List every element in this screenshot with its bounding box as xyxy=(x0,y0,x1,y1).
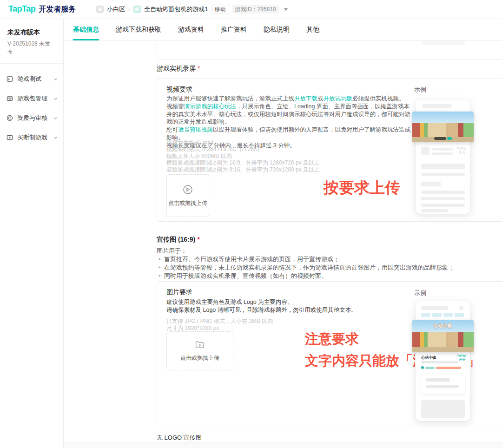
video-upload-dropzone[interactable]: 点击或拖拽上传 xyxy=(166,174,209,217)
taptap-score-placeholder: TapTap 评分 xyxy=(457,147,466,154)
example-phone-mockup-promo: 心动小镇 心动小镇 TapTap 评分 xyxy=(416,301,470,421)
text-run: 您可 xyxy=(166,126,178,133)
example-promo-image: 心动小镇 xyxy=(412,320,474,352)
page-bottom-strip xyxy=(64,442,502,448)
example-phone-mockup-video: TapTap 评分 xyxy=(416,99,470,214)
upload-label: 点击或拖拽上传 xyxy=(180,354,219,362)
required-asterisk: * xyxy=(197,236,199,243)
field-label-screen-recording: 游戏实机录屏* xyxy=(157,65,200,73)
package-manage-icon xyxy=(7,95,13,102)
video-spec-list: 视频文件格式 .mp4 视频编码格式 H.264 / HEVC（H.265） 视… xyxy=(166,139,320,173)
placeholder-review-card xyxy=(421,374,465,394)
example-label: 示例 xyxy=(414,86,426,94)
form-scroll-area[interactable]: 游戏实机录屏* 视频要求 为保证用户能够快速了解游戏玩法，游戏正式上线开放下载或… xyxy=(64,41,502,448)
usage-bullet: 首页推荐、今日游戏等使用卡片展示游戏的页面，用于宣传游戏； xyxy=(157,255,454,264)
breadcrumb-game-name[interactable]: 全自动烤面包机的游戏1 xyxy=(144,5,208,13)
activity-badge-icon xyxy=(421,366,424,369)
spec-line: 视频文件大小 500MB 以内 xyxy=(166,153,320,159)
breadcrumb-separator: › xyxy=(128,6,130,13)
example-game-screenshot xyxy=(412,112,474,142)
usage-title: 图片用于： xyxy=(157,247,454,255)
placeholder-bar xyxy=(421,209,448,212)
placeholder-avatar xyxy=(459,306,463,310)
example-game-logo: 心动小镇 xyxy=(412,323,474,329)
spec-line: 视频文件格式 .mp4 xyxy=(166,139,320,146)
text-run: 必须提供实机视频。 xyxy=(352,95,405,102)
breadcrumb-group[interactable]: 小白区 xyxy=(107,5,125,13)
sidebar-item-label: 买断制游戏 xyxy=(17,133,53,142)
open-download-link[interactable]: 开放下载 xyxy=(294,95,317,102)
placeholder-avatar xyxy=(421,147,429,155)
placeholder-bar xyxy=(432,152,453,155)
promo-usage-list: 图片用于： 首页推荐、今日游戏等使用卡片展示游戏的页面，用于宣传游戏； 在游戏预… xyxy=(157,247,454,280)
tab-basic-info[interactable]: 基础信息 xyxy=(73,19,99,40)
field-label-no-logo-promo: 无 LOGO 宣传图 xyxy=(157,434,202,442)
spec-line: 视频编码格式 H.264 / HEVC（H.265） xyxy=(166,146,320,152)
sidebar-nav: 游戏测试 游戏包管理 资质与审核 买断制游戏 xyxy=(0,64,63,147)
spec-line: 尺寸为 1920*1080 px xyxy=(166,325,273,332)
chevron-down-icon xyxy=(53,97,58,101)
placeholder-bar xyxy=(421,164,465,169)
screenshot-button-pills xyxy=(434,137,452,140)
annotation-note-requirements: 注意要求 xyxy=(305,330,359,349)
upload-label: 点击或拖拽上传 xyxy=(168,199,207,207)
game-test-icon xyxy=(7,76,13,82)
tab-game-material[interactable]: 游戏资料 xyxy=(178,19,204,40)
sidebar-item-label: 游戏包管理 xyxy=(17,94,53,103)
edit-video-link[interactable]: 适当剪辑视频 xyxy=(178,126,213,133)
taptap-brand-text: TapTap xyxy=(457,147,466,150)
tab-promo-material[interactable]: 推广资料 xyxy=(221,19,247,40)
version-panel: 未发布版本 V-20251028 未发布 xyxy=(0,19,63,63)
sidebar-item-label: 资质与审核 xyxy=(17,114,53,122)
spec-line: 横版游戏视频限制比例为 16:9、分辨率为 1280x720 px 及以上 xyxy=(166,159,320,166)
sidebar-item-package-manage[interactable]: 游戏包管理 xyxy=(0,89,63,108)
folder-upload-icon xyxy=(195,340,205,350)
placeholder-bar xyxy=(421,191,465,194)
placeholder-block xyxy=(421,400,465,418)
tab-privacy[interactable]: 隐私说明 xyxy=(264,19,290,40)
tab-download[interactable]: 游戏下载和获取 xyxy=(116,19,161,40)
text-run: 视频需 xyxy=(166,103,184,110)
logo-brand-text: TapTap xyxy=(8,4,35,14)
spec-line: 只支持 JPG / PNG 格式，大小在 2MB 以内 xyxy=(166,318,273,325)
main-panel: 基础信息 游戏下载和获取 游戏资料 推广资料 隐私说明 其他 游戏实机录屏* 视… xyxy=(64,19,502,448)
top-bar: TapTap 开发者服务 小白区 › 全自动烤面包机的游戏1 移动 游戏ID：7… xyxy=(0,0,502,19)
placeholder-activity-row xyxy=(421,366,461,369)
sidebar: 未发布版本 V-20251028 未发布 游戏测试 游戏包管理 资质与审核 买断… xyxy=(0,19,64,448)
breadcrumb: 小白区 › 全自动烤面包机的游戏1 移动 游戏ID：785810 xyxy=(96,5,287,14)
image-upload-dropzone[interactable]: 点击或拖拽上传 xyxy=(166,331,233,370)
score-text: 评分 xyxy=(457,150,466,154)
sidebar-item-paid-game[interactable]: 买断制游戏 xyxy=(0,128,63,147)
core-gameplay-link[interactable]: 演示游戏的核心玩法 xyxy=(184,103,237,110)
sidebar-item-game-test[interactable]: 游戏测试 xyxy=(0,69,63,89)
open-trial-link[interactable]: 开放试玩版 xyxy=(324,95,353,102)
placeholder-bar xyxy=(421,182,441,186)
image-requirements-title: 图片要求 xyxy=(166,288,192,296)
spec-line: 竖版游戏视频限制比例为 9:16、分辨率为 720x1280 px 及以上 xyxy=(166,166,320,173)
version-title: 未发布版本 xyxy=(7,28,56,37)
paid-game-icon xyxy=(7,134,13,141)
placeholder-tagline xyxy=(421,361,458,363)
placeholder-tab-pills xyxy=(421,313,464,317)
screenshot-sky xyxy=(412,112,474,123)
sidebar-item-certificate[interactable]: 资质与审核 xyxy=(0,108,63,128)
version-subtitle: V-20251028 未发布 xyxy=(7,40,56,56)
placeholder-bar xyxy=(432,148,453,151)
required-asterisk: * xyxy=(198,65,200,72)
placeholder-bar xyxy=(421,197,465,200)
tab-bar: 基础信息 游戏下载和获取 游戏资料 推广资料 隐私说明 其他 xyxy=(64,19,502,41)
image-requirements-box: 图片要求 建议使用游戏主要角色及游戏 Logo 为主要内容。 请确保素材及 Lo… xyxy=(157,281,502,424)
text-run: 或 xyxy=(317,95,324,102)
previous-example-phone-cutoff xyxy=(422,41,465,45)
field-label-promo-image: 宣传图 (16:9)* xyxy=(157,236,200,244)
chevron-down-icon xyxy=(53,77,58,81)
screenshot-road xyxy=(412,347,474,352)
chevron-down-icon[interactable] xyxy=(284,8,288,11)
game-id-badge: 游戏ID：785810 xyxy=(232,5,279,13)
score-text: 评分 xyxy=(457,357,466,362)
field-label-text: 宣传图 (16:9) xyxy=(157,236,195,243)
guide-line: 请确保素材及 Logo 清晰可见，且除游戏标题外，勿引用或使用其他文本。 xyxy=(166,306,357,314)
taptap-developer-logo[interactable]: TapTap 开发者服务 xyxy=(8,4,76,14)
annotation-upload-as-required: 按要求上传 xyxy=(324,178,400,198)
tab-other[interactable]: 其他 xyxy=(306,19,319,40)
